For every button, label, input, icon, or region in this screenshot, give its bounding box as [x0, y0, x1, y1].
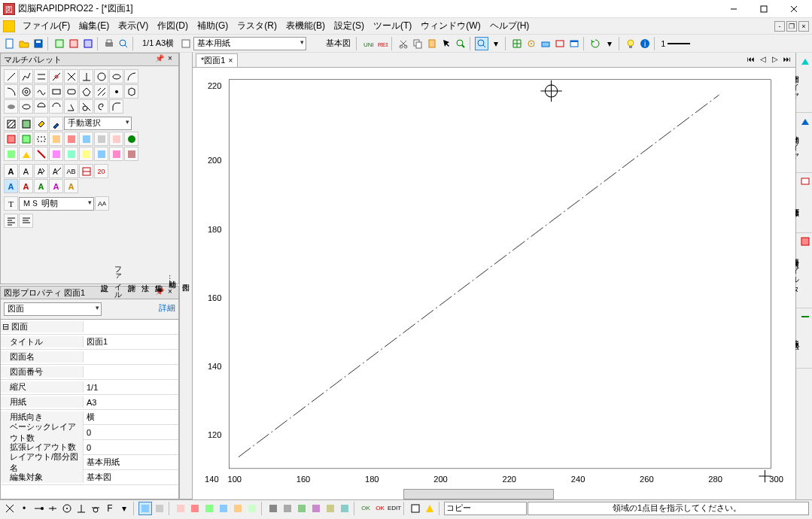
b6[interactable] [245, 502, 259, 515]
b1[interactable] [174, 502, 187, 515]
snap-end-icon[interactable] [32, 502, 45, 515]
text-tool[interactable]: A [19, 164, 33, 178]
snap-x-icon[interactable] [3, 502, 17, 515]
snap-text-icon[interactable]: F [103, 502, 117, 515]
snap-center-icon[interactable] [60, 502, 74, 515]
snap-tan-icon[interactable] [89, 502, 102, 515]
st02[interactable] [19, 132, 33, 146]
rect-tool[interactable] [49, 84, 63, 99]
snap-ortho-icon[interactable]: ▾ [117, 502, 131, 515]
refresh-dropdown[interactable]: ▾ [603, 37, 616, 50]
right-tab-elem-filter[interactable]: 要素 選択フィルタ [796, 233, 812, 308]
cut-icon[interactable] [397, 37, 410, 50]
st01[interactable] [4, 132, 18, 146]
line-tool[interactable] [4, 69, 18, 83]
st12[interactable] [34, 147, 48, 161]
redo-icon[interactable]: REDO [376, 37, 389, 50]
save-icon[interactable] [32, 37, 45, 50]
open-icon[interactable] [17, 37, 31, 50]
b3[interactable] [202, 502, 216, 515]
color-a4[interactable]: A [49, 179, 63, 193]
ok-icon[interactable]: OK [359, 502, 373, 515]
undo-icon[interactable]: UNDO [361, 37, 375, 50]
search-dropdown[interactable]: ▾ [489, 37, 503, 50]
view2-icon[interactable] [553, 37, 567, 50]
pointer-icon[interactable] [439, 37, 453, 50]
h-scrollbar[interactable] [403, 489, 554, 499]
snap-tool[interactable] [49, 69, 63, 83]
st14[interactable] [64, 147, 78, 161]
right-tab-std-screen[interactable]: 標準画面 [796, 173, 812, 233]
vtab-draw[interactable]: 作図 [178, 57, 192, 499]
drawing-canvas[interactable]: 220 200 180 160 140 120 140 100 160 180 … [193, 68, 795, 499]
mdi-close[interactable]: × [798, 21, 809, 32]
mode1-icon[interactable] [138, 502, 152, 515]
text-edit-tool[interactable]: A [34, 164, 48, 178]
b11[interactable] [324, 502, 337, 515]
color-a3[interactable]: A [34, 179, 48, 193]
snap-perp-icon[interactable] [75, 502, 88, 515]
color-a2[interactable]: A [19, 179, 33, 193]
text-arrow-tool[interactable]: A [49, 164, 63, 178]
b2[interactable] [188, 502, 202, 515]
vtab-aux[interactable]: 補助… [165, 57, 178, 499]
window-icon[interactable] [567, 37, 581, 50]
b9[interactable] [295, 502, 309, 515]
poly-tool[interactable] [79, 84, 93, 99]
print-icon[interactable] [102, 37, 116, 50]
st13[interactable] [49, 147, 63, 161]
menu-raster[interactable]: ラスタ(R) [233, 18, 281, 34]
copy-icon[interactable] [411, 37, 424, 50]
st10[interactable] [4, 147, 18, 161]
nav-next-icon[interactable]: ▷ [770, 55, 780, 65]
menu-aux[interactable]: 補助(G) [193, 18, 233, 34]
menu-help[interactable]: ヘルプ(H) [485, 18, 534, 34]
new-icon[interactable] [3, 37, 17, 50]
b5[interactable] [231, 502, 245, 515]
right-tab-line-color[interactable]: 線色 選択... [796, 308, 812, 369]
right-tab-draw-layer[interactable]: 作図レイヤ [796, 53, 812, 113]
ok2-icon[interactable]: OK [373, 502, 387, 515]
perp-tool[interactable] [79, 69, 93, 83]
paint-tool[interactable] [34, 117, 48, 131]
snap-mid-icon[interactable] [46, 502, 59, 515]
b12[interactable] [338, 502, 351, 515]
offset-tool[interactable] [19, 84, 33, 99]
angle-tool[interactable] [64, 99, 78, 114]
vtab-dim[interactable]: 寸法 [138, 57, 151, 499]
text-ab-tool[interactable]: AB [64, 164, 78, 178]
zoom-icon[interactable] [454, 37, 467, 50]
text-table-tool[interactable] [79, 164, 93, 178]
st05[interactable] [64, 132, 78, 146]
font-picker-icon[interactable]: T [4, 196, 18, 211]
bulb-icon[interactable] [624, 37, 637, 50]
paste-icon[interactable] [425, 37, 439, 50]
snap-icon[interactable] [525, 37, 538, 50]
layer-icon[interactable] [67, 37, 81, 50]
refresh-icon[interactable] [588, 37, 602, 50]
font-dropdown[interactable]: ＭＳ 明朝 [19, 197, 94, 211]
st15[interactable] [79, 147, 93, 161]
parallel-tool[interactable] [34, 69, 48, 83]
align-tool2[interactable] [19, 214, 33, 228]
b7[interactable] [266, 502, 280, 515]
grid-icon[interactable] [510, 37, 524, 50]
align-left-tool[interactable] [4, 214, 18, 228]
mdi-restore[interactable]: ❐ [786, 21, 797, 32]
layer2-icon[interactable] [539, 37, 552, 50]
eyedrop-tool[interactable] [49, 117, 63, 131]
close-button[interactable] [779, 0, 809, 18]
doc-tab-1[interactable]: *図面1 × [196, 53, 238, 67]
edit-icon[interactable]: EDIT [388, 502, 401, 515]
menu-file[interactable]: ファイル(F) [18, 18, 75, 34]
arc3-tool[interactable] [49, 99, 63, 114]
st11[interactable] [19, 147, 33, 161]
st04[interactable] [49, 132, 63, 146]
ellipse2-tool[interactable] [19, 99, 33, 114]
mdi-minimize[interactable]: - [774, 21, 785, 32]
spline-tool[interactable] [34, 84, 48, 99]
st03[interactable] [34, 132, 48, 146]
info-icon[interactable]: i [638, 37, 652, 50]
color-a5[interactable]: A [64, 179, 78, 193]
doc-tab-close-icon[interactable]: × [228, 56, 233, 65]
